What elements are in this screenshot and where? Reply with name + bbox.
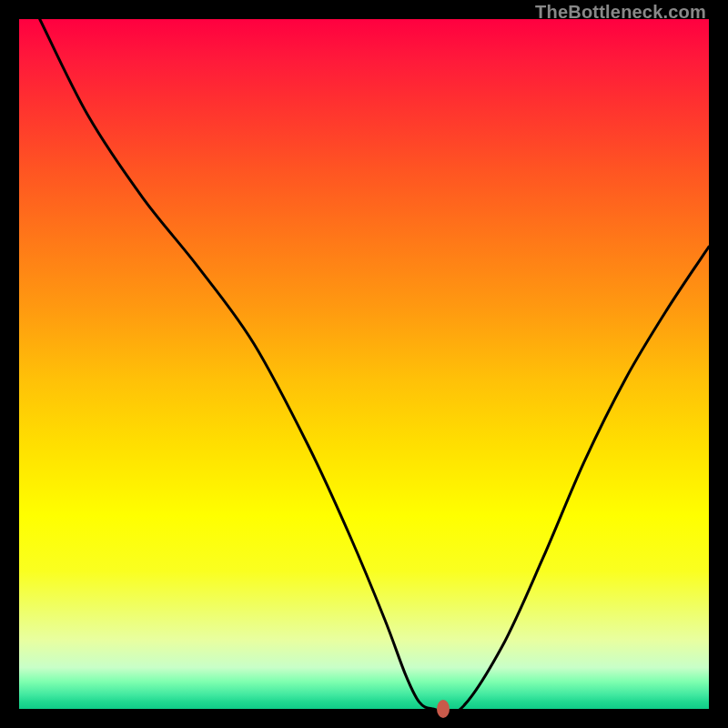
plot-area [19,19,709,709]
chart-frame: TheBottleneck.com [0,0,728,728]
optimal-point-marker [437,700,450,718]
bottleneck-curve [19,19,709,709]
